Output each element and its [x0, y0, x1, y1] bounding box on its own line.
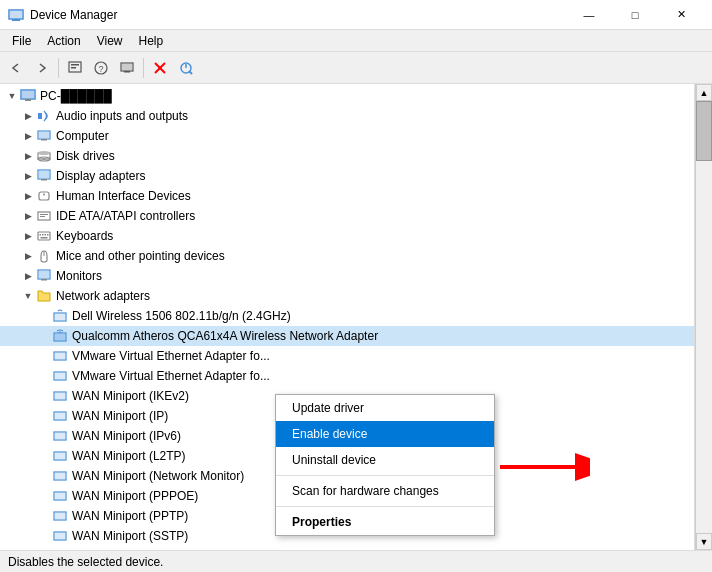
tree-item-computer[interactable]: ▶ Computer: [0, 126, 694, 146]
ctx-sep-2: [276, 506, 494, 507]
tree-item-keyboards[interactable]: ▶ Keyboards: [0, 226, 694, 246]
tree-item-vmware2[interactable]: ▶ VMware Virtual Ethernet Adapter fo...: [0, 366, 694, 386]
hid-label: Human Interface Devices: [56, 189, 191, 203]
svg-rect-20: [39, 132, 49, 138]
svg-rect-36: [45, 234, 47, 236]
svg-rect-26: [41, 179, 47, 181]
tree-item-vmware1[interactable]: ▶ VMware Virtual Ethernet Adapter fo...: [0, 346, 694, 366]
svg-point-24: [42, 158, 46, 160]
wan-ip-label: WAN Miniport (IP): [72, 409, 168, 423]
computer-label: Computer: [56, 129, 109, 143]
app-icon: [8, 7, 24, 23]
wan-ikev2-label: WAN Miniport (IKEv2): [72, 389, 189, 403]
wan-pptp-icon: [52, 508, 68, 524]
scroll-up-button[interactable]: ▲: [696, 84, 712, 101]
tree-root[interactable]: ▼ PC-██████: [0, 86, 694, 106]
main-content: ▼ PC-██████ ▶ Audio inputs and outpu: [0, 84, 712, 550]
minimize-button[interactable]: —: [566, 0, 612, 30]
back-button[interactable]: [4, 56, 28, 80]
ide-icon: [36, 208, 52, 224]
context-menu: Update driver Enable device Uninstall de…: [275, 394, 495, 536]
svg-rect-37: [47, 234, 49, 236]
ctx-uninstall-device[interactable]: Uninstall device: [276, 447, 494, 473]
qualcomm-icon: [52, 328, 68, 344]
scroll-track[interactable]: [696, 101, 712, 533]
tree-item-ide[interactable]: ▶ IDE ATA/ATAPI controllers: [0, 206, 694, 226]
hid-icon: [36, 188, 52, 204]
wan-netmon-icon: [52, 468, 68, 484]
dell-wifi-icon: [52, 308, 68, 324]
disk-icon: [36, 148, 52, 164]
wan-ipv6-icon: [52, 428, 68, 444]
menu-help[interactable]: Help: [131, 32, 172, 50]
disk-label: Disk drives: [56, 149, 115, 163]
dell-label: Dell Wireless 1506 802.11b/g/n (2.4GHz): [72, 309, 291, 323]
tree-item-display[interactable]: ▶ Display adapters: [0, 166, 694, 186]
svg-rect-17: [38, 113, 42, 119]
svg-rect-9: [124, 71, 130, 73]
monitors-label: Monitors: [56, 269, 102, 283]
properties-button[interactable]: [63, 56, 87, 80]
keyboard-icon: [36, 228, 52, 244]
svg-rect-2: [10, 11, 22, 18]
toolbar-sep-1: [58, 58, 59, 78]
expand-icon-mice: ▶: [20, 248, 36, 264]
pc-label: PC-██████: [40, 89, 112, 103]
tree-item-monitors[interactable]: ▶ Monitors: [0, 266, 694, 286]
ctx-scan-hardware[interactable]: Scan for hardware changes: [276, 478, 494, 504]
svg-rect-31: [40, 214, 48, 215]
tree-item-mice[interactable]: ▶ Mice and other pointing devices: [0, 246, 694, 266]
remove-button[interactable]: [148, 56, 172, 80]
tree-item-disk[interactable]: ▶ Disk drives: [0, 146, 694, 166]
ctx-properties[interactable]: Properties: [276, 509, 494, 535]
title-bar: Device Manager — □ ✕: [0, 0, 712, 30]
device-manager-button[interactable]: [115, 56, 139, 80]
expand-icon-ide: ▶: [20, 208, 36, 224]
tree-item-audio[interactable]: ▶ Audio inputs and outputs: [0, 106, 694, 126]
wan-ipv6-label: WAN Miniport (IPv6): [72, 429, 181, 443]
svg-rect-16: [22, 91, 34, 98]
status-text: Disables the selected device.: [8, 555, 163, 569]
tree-item-hid[interactable]: ▶ Human Interface Devices: [0, 186, 694, 206]
scroll-down-button[interactable]: ▼: [696, 533, 712, 550]
wan-ip-icon: [52, 408, 68, 424]
close-button[interactable]: ✕: [658, 0, 704, 30]
svg-rect-50: [55, 373, 65, 379]
menu-view[interactable]: View: [89, 32, 131, 50]
svg-rect-27: [39, 171, 49, 178]
menu-action[interactable]: Action: [39, 32, 88, 50]
scan-button[interactable]: [174, 56, 198, 80]
ctx-update-driver[interactable]: Update driver: [276, 395, 494, 421]
expand-icon-monitors: ▶: [20, 268, 36, 284]
svg-rect-5: [71, 67, 76, 69]
svg-rect-33: [38, 232, 50, 240]
tree-item-dell[interactable]: ▶ Dell Wireless 1506 802.11b/g/n (2.4GHz…: [0, 306, 694, 326]
audio-label: Audio inputs and outputs: [56, 109, 188, 123]
svg-rect-60: [55, 473, 65, 479]
maximize-button[interactable]: □: [612, 0, 658, 30]
tree-item-print[interactable]: ▶ Print queues: [0, 546, 694, 550]
svg-point-23: [38, 151, 50, 155]
forward-button[interactable]: [30, 56, 54, 80]
tree-item-network[interactable]: ▼ Network adapters: [0, 286, 694, 306]
wan-sstp-icon: [52, 528, 68, 544]
svg-rect-52: [55, 393, 65, 399]
expand-icon-keyboards: ▶: [20, 228, 36, 244]
expand-icon-hid: ▶: [20, 188, 36, 204]
wan-pppoe-icon: [52, 488, 68, 504]
tree-item-qualcomm[interactable]: ▶ Qualcomm Atheros QCA61x4A Wireless Net…: [0, 326, 694, 346]
vmware1-label: VMware Virtual Ethernet Adapter fo...: [72, 349, 270, 363]
svg-rect-44: [55, 314, 65, 320]
expand-icon-audio: ▶: [20, 108, 36, 124]
wan-l2tp-icon: [52, 448, 68, 464]
help-button[interactable]: ?: [89, 56, 113, 80]
monitor-icon: [36, 268, 52, 284]
vertical-scrollbar[interactable]: ▲ ▼: [695, 84, 712, 550]
scroll-thumb[interactable]: [696, 101, 712, 161]
computer-icon: [36, 128, 52, 144]
menu-file[interactable]: File: [4, 32, 39, 50]
svg-rect-42: [39, 271, 49, 278]
ctx-enable-device[interactable]: Enable device: [276, 421, 494, 447]
menu-bar: File Action View Help: [0, 30, 712, 52]
audio-icon: [36, 108, 52, 124]
